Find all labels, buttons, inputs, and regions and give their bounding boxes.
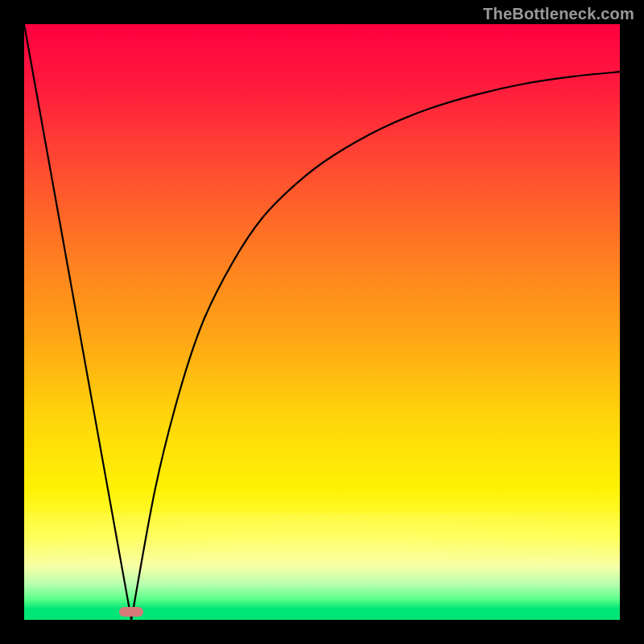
watermark-text: TheBottleneck.com — [483, 5, 634, 23]
min-marker-pill — [119, 607, 143, 617]
chart-frame: TheBottleneck.com — [0, 0, 644, 644]
glow-band — [24, 513, 620, 572]
plot-area — [24, 24, 620, 620]
